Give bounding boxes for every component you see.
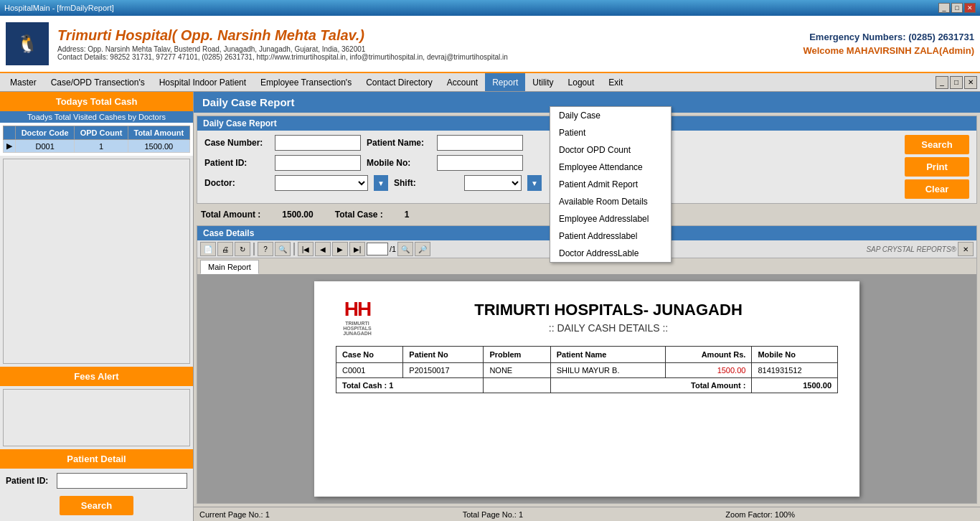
td-mobile: 8141931512 [752, 363, 838, 378]
todays-cash-title[interactable]: Todays Total Cash [0, 92, 193, 111]
hospital-address: Address: Opp. Narsinh Mehta Talav, Buste… [57, 45, 803, 53]
win-minimize[interactable]: _ [936, 76, 948, 89]
menu-utility[interactable]: Utility [525, 73, 560, 91]
report-sub-title: :: DAILY CASH DETAILS :: [379, 322, 838, 334]
report-header: HH TRIMURTI HOSPITALSJUNAGADH TRIMURTI H… [336, 296, 838, 339]
report-title-area: TRIMURTI HOSPITALS- JUNAGADH :: DAILY CA… [379, 301, 838, 334]
report-content: HH TRIMURTI HOSPITALSJUNAGADH TRIMURTI H… [197, 274, 976, 503]
total-amount-label: Total Amount : [201, 210, 260, 220]
doctor-dropdown-btn[interactable]: ▼ [374, 175, 388, 191]
menu-logout[interactable]: Logout [561, 73, 602, 91]
doctor-select[interactable] [275, 175, 368, 191]
maximize-btn[interactable]: □ [951, 3, 963, 13]
td-amount: 1500.00 [665, 363, 751, 378]
th-patient-no: Patient No [403, 347, 484, 363]
header: 🐧 Trimurti Hospital( Opp. Narsinh Mehta … [0, 16, 980, 73]
patient-id-form-input[interactable] [275, 155, 361, 171]
hospital-logo: 🐧 [6, 22, 49, 65]
clear-button[interactable]: Clear [905, 179, 969, 199]
total-amount-label-cell: Total Amount : [550, 378, 752, 393]
report-menu-daily-case[interactable]: Daily Case [550, 107, 671, 124]
win-restore[interactable]: □ [950, 76, 963, 89]
menubar: Master Case/OPD Transection's Hospital I… [0, 73, 980, 92]
report-menu-patient[interactable]: Patient [550, 124, 671, 141]
toolbar-print[interactable]: 🖨 [217, 242, 233, 256]
patient-search-button[interactable]: Search [60, 496, 133, 515]
patient-detail-title[interactable]: Patient Detail [0, 449, 193, 469]
toolbar-last[interactable]: ▶| [349, 242, 365, 256]
menu-contact[interactable]: Contact Directory [359, 73, 440, 91]
report-menu-available-room[interactable]: Available Room Details [550, 193, 671, 210]
case-number-label: Case Number: [204, 138, 269, 148]
report-row: C0001 P20150017 NONE SHILU MAYUR B. 1500… [336, 363, 838, 378]
case-number-input[interactable] [275, 135, 361, 151]
mobile-no-input[interactable] [437, 155, 523, 171]
menu-master[interactable]: Master [3, 73, 44, 91]
td-patient-name: SHILU MAYUR B. [550, 363, 665, 378]
main-report-tab[interactable]: Main Report [200, 260, 259, 274]
action-buttons: Search Print Clear [905, 135, 969, 199]
table-row[interactable]: ▶ D001 1 1500.00 [4, 140, 190, 153]
toolbar-export[interactable]: 📄 [200, 242, 216, 256]
case-details: Case Details 📄 🖨 ↻ ? 🔍 |◀ ◀ ▶ ▶| 1 /1 🔍 … [197, 225, 977, 504]
total-cash-value: 1 [389, 381, 393, 390]
toolbar-help[interactable]: ? [258, 242, 273, 256]
th-amount: Amount Rs. [665, 347, 751, 363]
win-close[interactable]: ✕ [964, 76, 977, 89]
report-menu-patient-addr[interactable]: Patient Addresslabel [550, 227, 671, 245]
report-menu-doctor-opd[interactable]: Doctor OPD Count [550, 141, 671, 159]
doctor-table: Doctor Code OPD Count Total Amount ▶ D00… [3, 126, 190, 153]
zoom-status: Zoom Factor: 100% [725, 510, 974, 519]
visited-title: Toadys Total Visited Cashes by Doctors [0, 111, 193, 123]
report-menu-employee-attendance[interactable]: Employee Attendance [550, 159, 671, 176]
sidebar: Todays Total Cash Toadys Total Visited C… [0, 92, 194, 521]
toolbar-search-text[interactable]: 🔍 [275, 242, 291, 256]
doctor-code: D001 [16, 140, 75, 153]
menu-employee[interactable]: Employee Transection's [253, 73, 359, 91]
toolbar-first[interactable]: |◀ [298, 242, 314, 256]
menu-account[interactable]: Account [440, 73, 485, 91]
patient-id-label: Patient ID: [6, 476, 52, 486]
total-cash-label-cell: Total Cash : 1 [336, 378, 484, 393]
toolbar-next[interactable]: ▶ [332, 242, 348, 256]
report-paper: HH TRIMURTI HOSPITALSJUNAGADH TRIMURTI H… [314, 281, 859, 497]
patient-name-input[interactable] [437, 135, 523, 151]
toolbar-sep1 [253, 243, 255, 255]
menu-report[interactable]: Report [485, 73, 525, 91]
td-case-no: C0001 [336, 363, 403, 378]
toolbar-close-report[interactable]: ✕ [958, 242, 974, 256]
td-problem: NONE [484, 363, 550, 378]
total-case-value: 1 [405, 210, 410, 220]
report-menu-doctor-addr[interactable]: Doctor AddressLable [550, 245, 671, 262]
fees-chart [3, 389, 190, 446]
menu-exit[interactable]: Exit [601, 73, 630, 91]
report-logo: HH TRIMURTI HOSPITALSJUNAGADH [336, 296, 379, 339]
page-number-input[interactable]: 1 [367, 243, 388, 255]
shift-dropdown-btn[interactable]: ▼ [527, 175, 542, 191]
close-btn[interactable]: ✕ [964, 3, 976, 13]
toolbar-refresh[interactable]: ↻ [235, 242, 250, 256]
total-amount: 1500.00 [128, 140, 189, 153]
fees-alert-title[interactable]: Fees Alert [0, 367, 193, 386]
title-bar-text: HospitalMain - [frmDailyReport] [4, 4, 114, 12]
sidebar-table-container: Doctor Code OPD Count Total Amount ▶ D00… [0, 123, 193, 156]
menu-indoor[interactable]: Hospital Indoor Patient [152, 73, 253, 91]
report-menu-employee-addr[interactable]: Employee Addresslabel [550, 210, 671, 227]
shift-select[interactable] [464, 175, 522, 191]
page-total: /1 [390, 245, 396, 253]
toolbar-zoom[interactable]: 🔎 [415, 242, 430, 256]
main-container: Todays Total Cash Toadys Total Visited C… [0, 92, 980, 521]
menu-case-opd[interactable]: Case/OPD Transection's [44, 73, 152, 91]
search-button[interactable]: Search [905, 135, 969, 154]
win-controls: _ □ ✕ [936, 76, 977, 89]
patient-id-input[interactable] [57, 473, 187, 489]
print-button[interactable]: Print [905, 157, 969, 177]
report-menu-patient-admit[interactable]: Patient Admit Report [550, 176, 671, 193]
patient-id-form-label: Patient ID: [204, 158, 269, 168]
toolbar-prev[interactable]: ◀ [315, 242, 331, 256]
total-page-status: Total Page No.: 1 [463, 510, 712, 519]
toolbar-find[interactable]: 🔍 [397, 242, 413, 256]
minimize-btn[interactable]: _ [938, 3, 950, 13]
report-dropdown-menu: Daily Case Patient Doctor OPD Count Empl… [550, 106, 672, 263]
toolbar-sep2 [293, 243, 295, 255]
